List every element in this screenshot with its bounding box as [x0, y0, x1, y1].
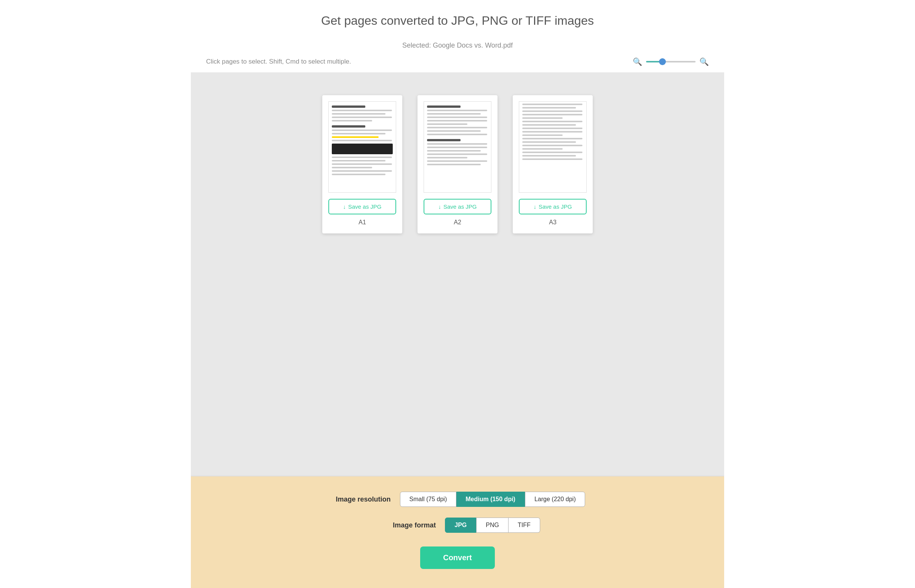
doc-line: [522, 124, 576, 126]
page-label-a1: A1: [359, 219, 366, 226]
doc-line: [427, 139, 461, 141]
zoom-out-icon[interactable]: 🔍: [633, 57, 642, 66]
pages-area: Save as JPG A1: [191, 73, 724, 476]
format-buttons: JPG PNG TIFF: [445, 517, 540, 533]
save-jpg-button-a2[interactable]: Save as JPG: [424, 199, 491, 215]
doc-line: [522, 145, 582, 146]
page-thumbnail-a1: [328, 101, 396, 193]
toolbar-left: Click pages to select. Shift, Cmd to sel…: [206, 58, 633, 66]
resolution-medium-button[interactable]: Medium (150 dpi): [456, 492, 525, 507]
doc-line: [332, 129, 392, 131]
doc-line: [427, 120, 487, 121]
download-icon-a2: [438, 204, 441, 210]
page-card-a2[interactable]: Save as JPG A2: [417, 95, 498, 233]
page-label-a2: A2: [454, 219, 461, 226]
format-label: Image format: [375, 521, 436, 529]
download-icon-a3: [533, 204, 536, 210]
doc-line: [522, 134, 563, 136]
doc-line: [522, 117, 563, 119]
doc-black-block: [332, 144, 393, 154]
save-jpg-button-a1[interactable]: Save as JPG: [328, 199, 396, 215]
instruction-text: Click pages to select. Shift, Cmd to sel…: [206, 58, 351, 65]
doc-line: [332, 167, 372, 168]
resolution-label: Image resolution: [330, 496, 391, 504]
doc-line: [427, 113, 481, 115]
doc-line: [522, 107, 576, 108]
doc-line: [427, 110, 487, 111]
resolution-small-button[interactable]: Small (75 dpi): [400, 492, 457, 507]
bottom-panel: Image resolution Small (75 dpi) Medium (…: [191, 477, 724, 588]
doc-line: [522, 128, 582, 129]
doc-line: [332, 160, 385, 162]
page-card-a1[interactable]: Save as JPG A1: [322, 95, 402, 233]
doc-line: [332, 157, 392, 158]
doc-line: [427, 153, 487, 155]
doc-line: [522, 110, 582, 112]
doc-line: [332, 125, 365, 128]
doc-line: [332, 113, 385, 115]
zoom-in-icon[interactable]: 🔍: [699, 57, 709, 66]
doc-line: [332, 140, 392, 141]
page-thumbnail-a2: [424, 101, 491, 193]
doc-line: [522, 103, 582, 105]
toolbar-row: Click pages to select. Shift, Cmd to sel…: [191, 57, 724, 73]
doc-line: [522, 155, 576, 157]
doc-line: [522, 131, 582, 132]
doc-line: [332, 136, 379, 138]
resolution-buttons: Small (75 dpi) Medium (150 dpi) Large (2…: [400, 492, 585, 507]
selected-file: Selected: Google Docs vs. Word.pdf: [206, 42, 709, 50]
doc-line: [332, 105, 365, 108]
doc-line: [427, 105, 461, 108]
resolution-row: Image resolution Small (75 dpi) Medium (…: [330, 492, 585, 507]
doc-line: [427, 127, 487, 128]
page-card-a3[interactable]: Save as JPG A3: [513, 95, 593, 233]
doc-line: [332, 174, 385, 175]
save-jpg-button-a3[interactable]: Save as JPG: [519, 199, 587, 215]
doc-line: [332, 163, 392, 165]
download-icon-a1: [343, 204, 346, 210]
doc-line: [427, 116, 487, 118]
doc-line: [427, 147, 487, 148]
format-png-button[interactable]: PNG: [476, 517, 509, 533]
doc-line: [522, 114, 582, 115]
doc-line: [427, 123, 467, 125]
doc-line: [427, 164, 481, 165]
header-section: Get pages converted to JPG, PNG or TIFF …: [191, 0, 724, 57]
doc-line: [427, 130, 481, 132]
doc-line: [522, 158, 582, 160]
page-wrapper: Get pages converted to JPG, PNG or TIFF …: [191, 0, 724, 588]
doc-line: [427, 160, 487, 162]
main-title: Get pages converted to JPG, PNG or TIFF …: [206, 14, 709, 28]
doc-line: [427, 143, 487, 145]
doc-line: [427, 150, 481, 152]
page-label-a3: A3: [549, 219, 556, 226]
format-jpg-button[interactable]: JPG: [445, 517, 476, 533]
doc-line: [522, 152, 582, 153]
doc-line: [332, 133, 385, 134]
doc-line: [332, 120, 372, 121]
doc-line: [522, 148, 563, 150]
zoom-controls: 🔍 🔍: [633, 57, 709, 66]
page-thumbnail-a3: [519, 101, 587, 193]
format-tiff-button[interactable]: TIFF: [509, 517, 540, 533]
doc-line: [522, 121, 582, 122]
doc-line: [332, 110, 392, 111]
doc-line: [522, 141, 576, 143]
convert-button[interactable]: Convert: [420, 546, 495, 569]
format-row: Image format JPG PNG TIFF: [375, 517, 540, 533]
zoom-slider[interactable]: [646, 61, 695, 63]
doc-line: [427, 134, 487, 135]
doc-line: [427, 157, 467, 158]
doc-line: [522, 138, 582, 139]
resolution-large-button[interactable]: Large (220 dpi): [525, 492, 585, 507]
doc-line: [332, 170, 392, 172]
doc-line: [332, 116, 392, 118]
